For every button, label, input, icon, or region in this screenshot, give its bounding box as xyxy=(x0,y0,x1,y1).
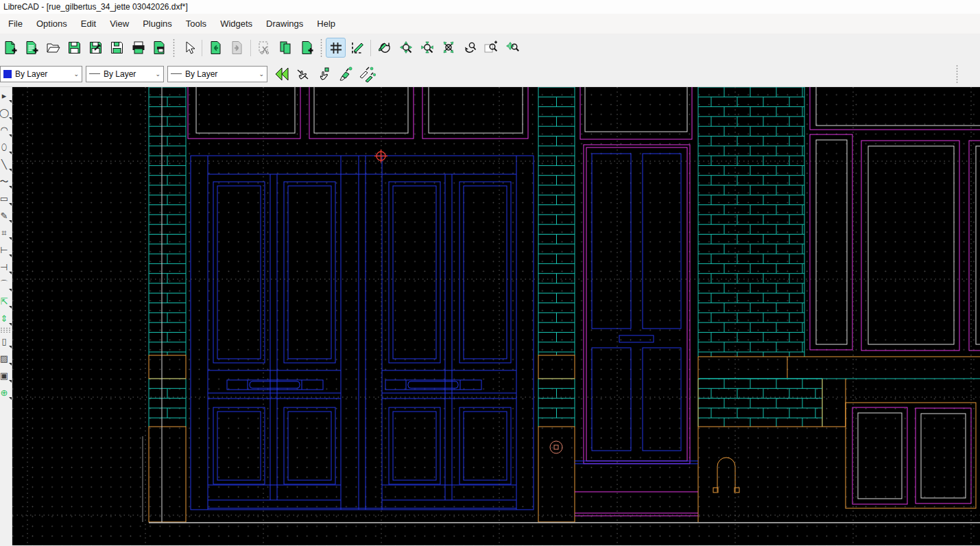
grid-icon xyxy=(329,41,343,55)
select-pointer-button[interactable] xyxy=(178,38,198,58)
print-preview-icon xyxy=(152,40,167,55)
hand-pick-icon xyxy=(317,67,332,82)
menu-bar: FileOptionsEditViewPluginsToolsWidgetsDr… xyxy=(0,14,980,34)
dock-tool-2[interactable]: ◠ xyxy=(0,121,12,139)
chevron-down-icon: ⌄ xyxy=(69,71,79,78)
dock-tool-3[interactable]: ⬯ xyxy=(0,139,12,156)
double-paintbrush-icon xyxy=(358,66,376,82)
dock-tool-10[interactable]: ⊣ xyxy=(0,259,12,276)
dock-tool-6[interactable]: ▭ xyxy=(0,190,12,207)
zoom-previous-icon xyxy=(462,40,477,56)
ortho-axes-button[interactable] xyxy=(347,38,367,58)
dock-tool-18[interactable]: ⊕ xyxy=(0,384,12,401)
back-button[interactable] xyxy=(272,64,291,84)
pen-toolbar: By Layer ⌄ By Layer ⌄ By Layer ⌄ xyxy=(0,61,980,87)
copy-button[interactable] xyxy=(276,38,296,58)
dock-tool-4[interactable]: ╲ xyxy=(0,156,12,173)
cut-button[interactable] xyxy=(254,38,274,58)
toolbar-separator xyxy=(955,65,959,83)
cursor-arrow-icon xyxy=(182,41,195,55)
dock-tool-8[interactable]: ⌗ xyxy=(0,224,12,241)
zoom-auto-button[interactable] xyxy=(438,38,458,58)
save-button[interactable] xyxy=(64,38,84,58)
chevron-down-icon: ⌄ xyxy=(151,71,160,78)
chevron-down-icon: ⌄ xyxy=(254,71,264,78)
paste-button[interactable] xyxy=(297,38,317,58)
print-button[interactable] xyxy=(128,38,148,58)
toolbar-separator xyxy=(202,40,202,56)
dock-tool-13[interactable]: ⇕ xyxy=(0,310,12,327)
zoom-pan-icon xyxy=(505,40,520,56)
redo-icon xyxy=(230,40,244,55)
zoom-window-button[interactable] xyxy=(481,38,501,58)
menu-widgets[interactable]: Widgets xyxy=(213,16,259,32)
pen-linetype-combo[interactable]: By Layer ⌄ xyxy=(167,66,267,82)
select-entity-button[interactable] xyxy=(314,64,334,84)
pen-width-combo[interactable]: By Layer ⌄ xyxy=(86,66,164,82)
print-preview-button[interactable] xyxy=(150,38,169,58)
dock-tool-5[interactable]: 〜 xyxy=(0,173,12,190)
attributes-button[interactable] xyxy=(335,64,355,84)
dock-separator xyxy=(0,327,12,333)
redo-button[interactable] xyxy=(227,38,247,58)
dock-tool-1[interactable]: ◯ xyxy=(0,104,12,121)
new-drawing-button[interactable] xyxy=(1,38,21,58)
toolbar-separator xyxy=(171,39,176,57)
zoom-in-icon xyxy=(398,40,414,56)
left-tool-dock: ▸◯◠⬯╲〜▭✎⌗⊢⊣⌒⇱⇕▯▨▣⊕ xyxy=(0,87,12,545)
menu-edit[interactable]: Edit xyxy=(74,16,103,32)
line-width-swatch xyxy=(89,73,100,74)
line-type-swatch xyxy=(171,73,182,74)
zoom-out-button[interactable] xyxy=(417,38,437,58)
pen-linetype-value: By Layer xyxy=(185,69,217,79)
copy-icon xyxy=(278,40,293,55)
dock-tool-11[interactable]: ⌒ xyxy=(0,276,12,293)
axes-pencil-icon xyxy=(350,40,365,56)
new-template-icon xyxy=(25,40,39,55)
zoom-window-icon xyxy=(483,40,499,56)
dock-tool-7[interactable]: ✎ xyxy=(0,207,12,224)
grid-toggle-button[interactable] xyxy=(326,38,346,58)
menu-help[interactable]: Help xyxy=(310,16,342,32)
zoom-in-button[interactable] xyxy=(396,38,416,58)
paste-icon xyxy=(300,40,314,55)
pen-color-combo[interactable]: By Layer ⌄ xyxy=(0,66,82,82)
pen-width-value: By Layer xyxy=(104,69,136,79)
dock-tool-0[interactable]: ▸ xyxy=(0,87,12,104)
scissors-icon xyxy=(257,40,272,55)
pen-color-value: By Layer xyxy=(15,69,47,79)
menu-options[interactable]: Options xyxy=(29,16,74,32)
match-properties-button[interactable] xyxy=(357,64,377,84)
undo-button[interactable] xyxy=(206,38,226,58)
redraw-button[interactable] xyxy=(374,38,394,58)
menu-plugins[interactable]: Plugins xyxy=(136,16,179,32)
undo-icon xyxy=(208,40,223,55)
main-area: ▸◯◠⬯╲〜▭✎⌗⊢⊣⌒⇱⇕▯▨▣⊕ xyxy=(0,87,980,545)
dock-tool-15[interactable]: ▯ xyxy=(0,333,12,350)
new-document-icon xyxy=(3,40,18,55)
save-icon xyxy=(67,40,82,55)
zoom-previous-button[interactable] xyxy=(459,38,479,58)
save-all-button[interactable] xyxy=(107,38,127,58)
title-bar: LibreCAD - [rue_gilbertus_34_jette 03042… xyxy=(0,0,980,14)
new-from-template-button[interactable] xyxy=(22,38,42,58)
zoom-out-icon xyxy=(420,40,435,56)
menu-tools[interactable]: Tools xyxy=(179,16,213,32)
dock-tool-9[interactable]: ⊢ xyxy=(0,241,12,259)
double-chevron-left-icon xyxy=(274,66,290,82)
zoom-pan-button[interactable] xyxy=(502,38,522,58)
menu-file[interactable]: File xyxy=(1,16,29,32)
dock-tool-17[interactable]: ▣ xyxy=(0,367,12,384)
dock-tool-16[interactable]: ▨ xyxy=(0,350,12,367)
save-as-icon xyxy=(88,40,103,55)
menu-view[interactable]: View xyxy=(103,16,136,32)
dock-tool-12[interactable]: ⇱ xyxy=(0,293,12,310)
main-toolbar xyxy=(0,34,980,61)
save-as-button[interactable] xyxy=(86,38,106,58)
menu-drawings[interactable]: Drawings xyxy=(259,16,310,32)
open-folder-icon xyxy=(46,40,61,56)
color-swatch xyxy=(3,70,12,78)
open-file-button[interactable] xyxy=(43,38,63,58)
drawing-canvas[interactable] xyxy=(12,87,980,545)
deselect-entity-button[interactable] xyxy=(293,64,313,84)
